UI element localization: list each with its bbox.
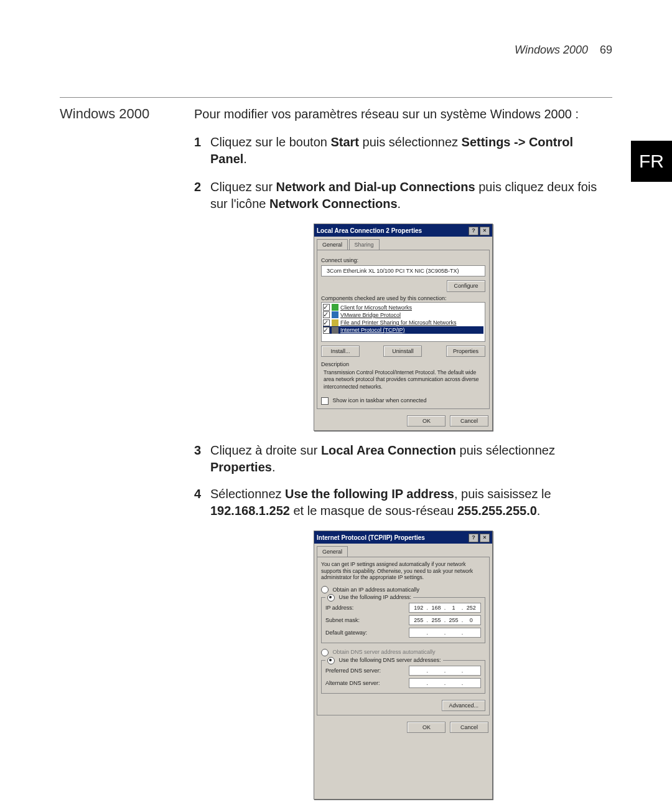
components-label: Components checked are used by this conn… [321, 295, 485, 302]
tcpip-icon [332, 327, 338, 334]
step-1-num: 1 [194, 134, 201, 151]
gateway-input[interactable]: ... [409, 628, 481, 638]
adapter-field: 3Com EtherLink XL 10/100 PCI TX NIC (3C9… [321, 265, 485, 276]
step-4-text: Sélectionnez Use the following IP addres… [210, 487, 551, 517]
step-3: 3 Cliquez à droite sur Local Area Connec… [194, 442, 612, 476]
step-1: 1 Cliquez sur le bouton Start puis sélec… [194, 134, 612, 168]
tab-general[interactable]: General [317, 546, 348, 557]
list-item-selected: Internet Protocol (TCP/IP) [323, 326, 483, 334]
tab-general[interactable]: General [317, 239, 348, 250]
show-icon-row: Show icon in taskbar when connected [321, 397, 485, 405]
alt-dns-label: Alternate DNS server: [325, 679, 380, 687]
body: Pour modifier vos paramètres réseau sur … [194, 106, 612, 806]
properties-button[interactable]: Properties [446, 346, 485, 357]
dialog-titlebar[interactable]: Internet Protocol (TCP/IP) Properties ? … [314, 531, 492, 544]
adapter-text: 3Com EtherLink XL 10/100 PCI TX NIC (3C9… [327, 267, 459, 275]
list-item: Client for Microsoft Networks [323, 304, 483, 311]
show-icon-label: Show icon in taskbar when connected [333, 397, 427, 404]
client-icon [332, 304, 338, 311]
screenshot-1: Local Area Connection 2 Properties ? × G… [194, 224, 612, 431]
list-item: File and Printer Sharing for Microsoft N… [323, 319, 483, 326]
subnet-label: Subnet mask: [325, 616, 360, 624]
lac-properties-dialog: Local Area Connection 2 Properties ? × G… [314, 224, 493, 431]
radio-obtain-auto[interactable] [321, 586, 329, 593]
list-item: VMware Bridge Protocol [323, 311, 483, 319]
uninstall-button[interactable]: Uninstall [383, 346, 422, 357]
cancel-button[interactable]: Cancel [450, 415, 488, 427]
advanced-button[interactable]: Advanced... [442, 700, 485, 711]
alt-dns-input[interactable]: ... [409, 678, 481, 688]
blurb: You can get IP settings assigned automat… [321, 561, 485, 581]
intro-text: Pour modifier vos paramètres réseau sur … [194, 106, 612, 123]
service-icon [332, 319, 338, 326]
install-button[interactable]: Install... [321, 346, 360, 357]
tcpip-properties-dialog: Internet Protocol (TCP/IP) Properties ? … [314, 531, 493, 800]
dialog-panel: Connect using: 3Com EtherLink XL 10/100 … [317, 250, 490, 408]
show-icon-checkbox[interactable] [321, 397, 329, 405]
ip-group: Use the following IP address: IP address… [321, 597, 485, 643]
ok-button[interactable]: OK [407, 722, 446, 733]
page-number: 69 [600, 44, 612, 56]
gateway-label: Default gateway: [325, 629, 367, 636]
page-header: Windows 2000 69 [515, 44, 612, 57]
radio-use-following[interactable] [327, 594, 335, 602]
description-text: Transmission Control Protocol/Internet P… [321, 368, 485, 394]
step-2-text: Cliquez sur Network and Dial-up Connecti… [210, 180, 597, 210]
close-icon[interactable]: × [480, 227, 490, 235]
step-2: 2 Cliquez sur Network and Dial-up Connec… [194, 179, 612, 212]
ip-input[interactable]: 192.168.1.252 [409, 603, 481, 613]
dialog-title: Local Area Connection 2 Properties [317, 227, 422, 235]
obtain-dns-auto-label: Obtain DNS server address automatically [333, 649, 436, 655]
description-label: Description [321, 361, 485, 368]
checkbox[interactable] [323, 327, 330, 334]
configure-button[interactable]: Configure [447, 280, 485, 291]
step-4: 4 Sélectionnez Use the following IP addr… [194, 486, 612, 519]
screenshot-2: Internet Protocol (TCP/IP) Properties ? … [194, 531, 612, 800]
protocol-icon [332, 311, 338, 318]
obtain-auto-label: Obtain an IP address automatically [333, 587, 419, 593]
dns-group: Use the following DNS server addresses: … [321, 660, 485, 694]
dialog-panel: You can get IP settings assigned automat… [317, 557, 490, 715]
header-title: Windows 2000 [515, 44, 588, 56]
step-4-num: 4 [194, 486, 201, 503]
dialog-titlebar[interactable]: Local Area Connection 2 Properties ? × [314, 224, 492, 237]
radio-use-dns[interactable] [327, 657, 335, 664]
dialog-title: Internet Protocol (TCP/IP) Properties [317, 534, 425, 542]
pref-dns-input[interactable]: ... [409, 666, 481, 676]
step-1-text: Cliquez sur le bouton Start puis sélecti… [210, 135, 573, 166]
header-rule [60, 97, 612, 98]
help-icon[interactable]: ? [469, 534, 478, 542]
connect-using-label: Connect using: [321, 257, 485, 264]
step-2-num: 2 [194, 179, 201, 196]
ip-label: IP address: [325, 604, 353, 611]
radio-obtain-dns-auto [321, 649, 329, 656]
components-list[interactable]: Client for Microsoft Networks VMware Bri… [321, 302, 485, 342]
close-icon[interactable]: × [480, 534, 490, 542]
ok-button[interactable]: OK [407, 415, 446, 427]
pref-dns-label: Preferred DNS server: [325, 667, 381, 674]
language-tab-fr: FR [631, 141, 672, 182]
step-3-text: Cliquez à droite sur Local Area Connecti… [210, 443, 555, 474]
subnet-input[interactable]: 255.255.255.0 [409, 615, 481, 625]
help-icon[interactable]: ? [469, 227, 478, 235]
cancel-button[interactable]: Cancel [450, 722, 488, 733]
tab-sharing[interactable]: Sharing [349, 239, 380, 250]
section-title: Windows 2000 [60, 106, 184, 122]
step-3-num: 3 [194, 442, 201, 459]
